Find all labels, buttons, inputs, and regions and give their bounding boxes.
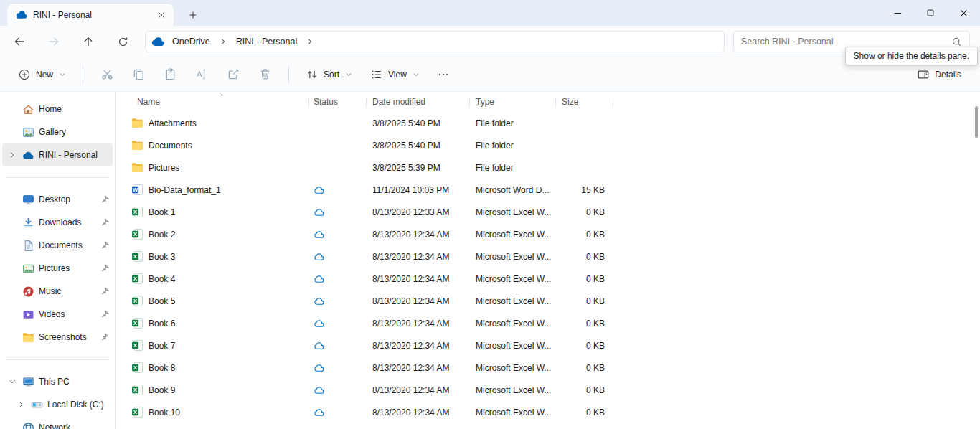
share-button[interactable] [219, 62, 248, 88]
vertical-scrollbar-thumb[interactable] [975, 106, 978, 138]
file-row[interactable]: XBook 58/13/2020 12:34 AMMicrosoft Excel… [116, 290, 980, 312]
file-row[interactable]: WBio-Data_format_111/1/2024 10:03 PMMicr… [116, 179, 980, 201]
search-icon[interactable] [951, 37, 962, 47]
sidebar-item-documents[interactable]: Documents [2, 234, 113, 257]
chevron-down-icon[interactable] [6, 376, 18, 387]
sidebar-item-rini-personal[interactable]: RINI - Personal [2, 143, 113, 166]
word-icon: W [131, 184, 143, 196]
rename-button[interactable] [187, 62, 216, 88]
copy-button[interactable] [124, 62, 153, 88]
sidebar-item-home[interactable]: Home [2, 98, 113, 121]
back-button[interactable] [9, 31, 30, 52]
file-size [556, 112, 613, 134]
sidebar-item-label: Local Disk (C:) [47, 400, 113, 410]
new-button[interactable]: New [11, 64, 73, 85]
breadcrumb-onedrive[interactable]: OneDrive [167, 34, 215, 49]
details-pane-tooltip: Show or hide the details pane. [845, 47, 978, 65]
file-size: 0 KB [556, 312, 613, 334]
file-row[interactable]: XBook 28/13/2020 12:34 AMMicrosoft Excel… [116, 223, 980, 245]
file-row[interactable]: Documents3/8/2025 5:40 PMFile folder [116, 134, 980, 156]
file-row[interactable]: XBook 18/13/2020 12:33 AMMicrosoft Excel… [116, 201, 980, 223]
refresh-button[interactable] [112, 31, 133, 52]
file-date-modified: 3/8/2025 5:40 PM [367, 134, 470, 156]
address-bar[interactable]: OneDrive RINI - Personal [145, 31, 725, 52]
file-row[interactable]: XBook 68/13/2020 12:34 AMMicrosoft Excel… [116, 312, 980, 334]
cut-button[interactable] [93, 62, 121, 88]
sidebar-item-label: Home [39, 104, 113, 114]
folder-icon [131, 139, 143, 151]
sidebar-item-desktop[interactable]: Desktop [2, 188, 113, 211]
file-size: 0 KB [556, 268, 613, 290]
chevron-right-icon[interactable] [15, 399, 27, 410]
sidebar-item-music[interactable]: Music [2, 280, 113, 303]
file-type: File folder [470, 156, 556, 179]
maximize-button[interactable] [914, 0, 947, 26]
chevron-spacer [6, 422, 18, 429]
chevron-down-icon [344, 70, 353, 79]
more-options-button[interactable] [430, 62, 456, 88]
column-header-name[interactable]: Name [116, 92, 309, 112]
close-button[interactable] [947, 0, 980, 26]
file-row[interactable]: Attachments3/8/2025 5:40 PMFile folder [116, 112, 980, 134]
pictures-icon [22, 263, 34, 275]
up-button[interactable] [77, 31, 99, 52]
command-bar: New Sort [0, 57, 980, 92]
file-row[interactable]: XBook 88/13/2020 12:34 AMMicrosoft Excel… [116, 357, 980, 379]
delete-button[interactable] [250, 62, 279, 88]
chevron-right-icon[interactable] [218, 38, 228, 45]
sidebar-item-network[interactable]: Network [2, 416, 113, 429]
minimize-button[interactable] [881, 0, 914, 26]
file-status [309, 312, 367, 334]
sidebar-item-this-pc[interactable]: This PC [2, 370, 113, 393]
file-type: Microsoft Excel W... [470, 401, 556, 423]
file-status [309, 334, 367, 357]
file-row[interactable]: XBook 48/13/2020 12:34 AMMicrosoft Excel… [116, 268, 980, 290]
search-input[interactable] [741, 37, 947, 47]
sidebar-item-downloads[interactable]: Downloads [2, 211, 113, 234]
column-header-status[interactable]: Status [309, 92, 367, 112]
column-header-date-modified[interactable]: Date modified [367, 92, 470, 112]
file-status [309, 201, 367, 223]
paste-button[interactable] [156, 62, 184, 88]
forward-button[interactable] [43, 31, 65, 52]
file-rows: Attachments3/8/2025 5:40 PMFile folderDo… [116, 112, 980, 423]
file-row[interactable]: Pictures3/8/2025 5:39 PMFile folder [116, 156, 980, 179]
chevron-right-icon[interactable] [6, 149, 18, 161]
chevron-right-icon[interactable] [305, 38, 315, 45]
sidebar-divider [6, 177, 109, 178]
cloud-status-icon [314, 207, 325, 218]
file-name: Book 9 [149, 385, 175, 395]
onedrive-icon [151, 37, 164, 47]
onedrive-icon [22, 149, 34, 161]
explorer-tab[interactable]: RINI - Personal [7, 4, 174, 26]
file-type: Microsoft Excel W... [470, 334, 556, 357]
excel-icon: X [131, 228, 143, 240]
sidebar-item-screenshots[interactable]: Screenshots [2, 326, 113, 349]
file-status [309, 245, 367, 268]
view-button[interactable]: View [363, 64, 428, 85]
breadcrumb-rini-personal[interactable]: RINI - Personal [231, 34, 302, 49]
file-date-modified: 8/13/2020 12:34 AM [367, 401, 470, 423]
documents-icon [22, 240, 34, 252]
tab-close-icon[interactable] [154, 7, 169, 23]
details-toggle-button[interactable]: Details [910, 64, 969, 85]
file-date-modified: 8/13/2020 12:34 AM [367, 379, 470, 401]
file-row[interactable]: XBook 78/13/2020 12:34 AMMicrosoft Excel… [116, 334, 980, 357]
file-row[interactable]: XBook 98/13/2020 12:34 AMMicrosoft Excel… [116, 379, 980, 401]
sidebar-item-pictures[interactable]: Pictures [2, 257, 113, 280]
file-row[interactable]: XBook 108/13/2020 12:34 AMMicrosoft Exce… [116, 401, 980, 423]
disk-icon [31, 399, 43, 411]
file-type: File folder [470, 112, 556, 134]
column-header-size[interactable]: Size [556, 92, 613, 112]
file-row[interactable]: XBook 38/13/2020 12:34 AMMicrosoft Excel… [116, 245, 980, 268]
sidebar-item-gallery[interactable]: Gallery [2, 121, 113, 143]
file-status [309, 379, 367, 401]
sidebar-item-local-disk-c[interactable]: Local Disk (C:) [2, 393, 113, 416]
chevron-down-icon [412, 70, 420, 79]
cloud-status-icon [314, 318, 325, 329]
sort-button[interactable]: Sort [298, 64, 360, 85]
column-header-type[interactable]: Type [470, 92, 556, 112]
sidebar-item-videos[interactable]: Videos [2, 303, 113, 326]
new-tab-button[interactable] [184, 6, 202, 24]
file-size: 0 KB [556, 201, 613, 223]
